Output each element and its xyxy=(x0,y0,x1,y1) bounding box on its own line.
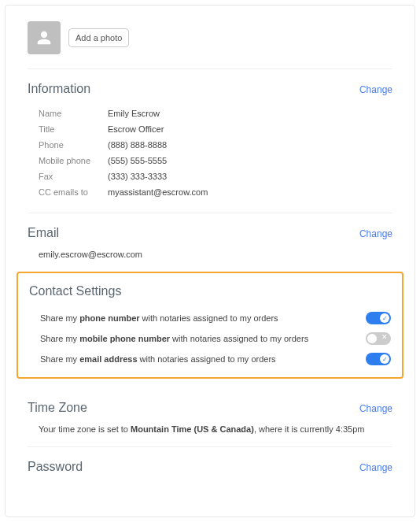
setting-bold: mobile phone number xyxy=(79,334,170,343)
info-value: (555) 555-5555 xyxy=(108,156,167,165)
setting-post: with notaries assigned to my orders xyxy=(140,313,278,323)
email-change-link[interactable]: Change xyxy=(359,228,392,239)
email-value: emily.escrow@escrow.com xyxy=(28,250,392,272)
info-label: Title xyxy=(39,124,108,134)
information-table: NameEmily EscrowTitleEscrow OfficerPhone… xyxy=(28,106,392,213)
setting-post: with notaries assigned to my orders xyxy=(170,334,308,343)
information-title: Information xyxy=(28,82,90,96)
info-row: NameEmily Escrow xyxy=(28,106,392,121)
information-change-link[interactable]: Change xyxy=(359,84,392,95)
photo-row: Add a photo xyxy=(28,21,392,69)
timezone-bold: Mountain Time (US & Canada) xyxy=(131,424,254,434)
profile-card: Add a photo Information Change NameEmily… xyxy=(5,5,415,517)
setting-row: Share my phone number with notaries assi… xyxy=(29,308,391,328)
info-row: TitleEscrow Officer xyxy=(28,121,392,137)
contact-settings-section: Contact Settings Share my phone number w… xyxy=(17,272,403,379)
add-photo-button[interactable]: Add a photo xyxy=(68,28,129,47)
setting-bold: phone number xyxy=(79,313,139,323)
setting-post: with notaries assigned to my orders xyxy=(138,354,276,364)
toggle-knob xyxy=(367,334,377,343)
timezone-text: Your time zone is set to Mountain Time (… xyxy=(28,424,392,446)
info-label: Mobile phone xyxy=(39,156,108,165)
password-section: Password Change xyxy=(28,446,392,496)
info-row: Phone(888) 888-8888 xyxy=(28,137,392,153)
info-value: (333) 333-3333 xyxy=(108,172,167,181)
email-section: Email Change emily.escrow@escrow.com xyxy=(28,213,392,272)
setting-row: Share my mobile phone number with notari… xyxy=(29,328,391,349)
setting-text: Share my mobile phone number with notari… xyxy=(40,334,308,343)
info-label: Fax xyxy=(39,172,108,181)
password-change-link[interactable]: Change xyxy=(359,462,392,473)
info-value: (888) 888-8888 xyxy=(108,140,167,150)
toggle-off[interactable] xyxy=(366,332,391,345)
email-title: Email xyxy=(28,226,59,240)
info-row: Mobile phone(555) 555-5555 xyxy=(28,153,392,168)
toggle-knob xyxy=(380,313,389,323)
info-value: Emily Escrow xyxy=(108,109,160,118)
setting-bold: email address xyxy=(79,354,137,364)
toggle-knob xyxy=(380,354,389,364)
timezone-pre: Your time zone is set to xyxy=(39,424,131,434)
password-title: Password xyxy=(28,460,83,474)
setting-row: Share my email address with notaries ass… xyxy=(29,349,391,369)
setting-pre: Share my xyxy=(40,334,79,343)
info-row: Fax(333) 333-3333 xyxy=(28,168,392,184)
person-icon xyxy=(35,29,53,46)
info-value: myassistant@escrow.com xyxy=(108,187,208,197)
info-label: Phone xyxy=(39,140,108,150)
timezone-change-link[interactable]: Change xyxy=(359,403,392,414)
info-label: CC emails to xyxy=(39,187,108,197)
contact-settings-title: Contact Settings xyxy=(29,284,391,298)
info-label: Name xyxy=(39,109,108,118)
setting-text: Share my email address with notaries ass… xyxy=(40,354,276,364)
setting-text: Share my phone number with notaries assi… xyxy=(40,313,278,323)
toggle-on[interactable] xyxy=(366,353,391,365)
information-section: Information Change NameEmily EscrowTitle… xyxy=(28,69,392,213)
avatar-placeholder xyxy=(28,21,61,54)
info-value: Escrow Officer xyxy=(108,124,164,134)
setting-pre: Share my xyxy=(40,354,79,364)
toggle-on[interactable] xyxy=(366,312,391,324)
timezone-section: Time Zone Change Your time zone is set t… xyxy=(28,388,392,446)
timezone-title: Time Zone xyxy=(28,401,87,415)
timezone-post: , where it is currently 4:35pm xyxy=(254,424,365,434)
info-row: CC emails tomyassistant@escrow.com xyxy=(28,184,392,200)
setting-pre: Share my xyxy=(40,313,79,323)
